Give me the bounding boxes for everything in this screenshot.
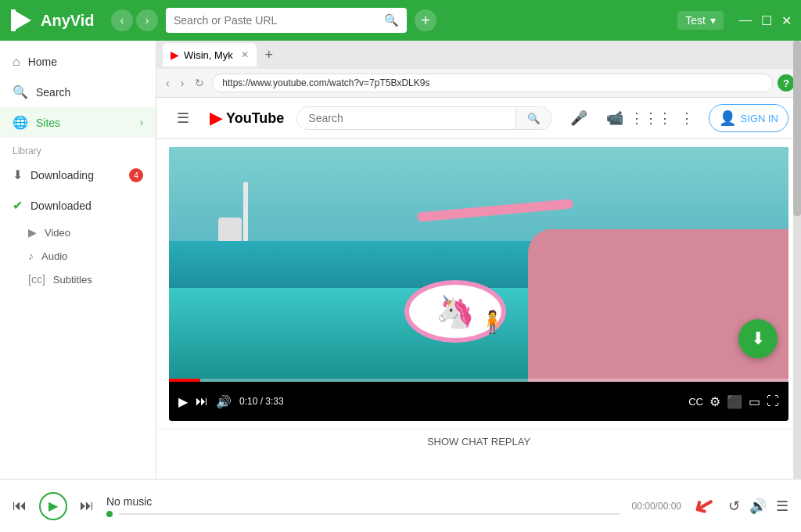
pool bbox=[169, 288, 572, 382]
library-header: Library bbox=[0, 138, 156, 160]
tab-title: Wisin, Myk bbox=[184, 49, 233, 61]
tab-close-button[interactable]: ✕ bbox=[241, 49, 249, 60]
user-menu[interactable]: Test ▾ bbox=[677, 11, 724, 30]
new-tab-button[interactable]: + bbox=[260, 45, 278, 64]
pink-area bbox=[528, 229, 788, 382]
forward-button[interactable]: › bbox=[136, 9, 158, 31]
logo-icon bbox=[9, 8, 34, 33]
downloaded-label: Downloaded bbox=[31, 200, 92, 212]
volume-button[interactable]: 🔊 bbox=[216, 394, 232, 409]
youtube-menu-button[interactable]: ☰ bbox=[169, 104, 197, 132]
bottom-player: ⏮ ▶ ⏭ No music 00:00/00:00 ➜ ↺ 🔊 ☰ bbox=[0, 479, 801, 532]
theater-button[interactable]: ▭ bbox=[749, 394, 760, 409]
right-controls: CC ⚙ ⬛ ▭ ⛶ bbox=[688, 394, 779, 409]
more-icon[interactable]: ⋮ bbox=[673, 104, 701, 132]
sidebar-item-video[interactable]: ▶ Video bbox=[0, 221, 156, 244]
track-name: No music bbox=[106, 495, 620, 508]
time-display: 0:10 / 3:33 bbox=[239, 396, 284, 407]
downloading-label: Downloading bbox=[31, 169, 94, 182]
player-prev-button[interactable]: ⏮ bbox=[13, 498, 27, 514]
play-pause-button[interactable]: ▶ bbox=[178, 394, 188, 409]
minimize-button[interactable]: — bbox=[739, 13, 752, 28]
back-button[interactable]: ‹ bbox=[111, 9, 133, 31]
download-icon: ⬇ bbox=[13, 167, 23, 182]
scrollbar-thumb[interactable] bbox=[793, 41, 801, 216]
download-icon: ⬇ bbox=[751, 329, 765, 349]
help-button[interactable]: ? bbox=[778, 74, 795, 92]
red-arrow-icon: ➜ bbox=[688, 487, 722, 525]
subtitles-label: Subtitles bbox=[53, 274, 92, 286]
settings-button[interactable]: ⚙ bbox=[709, 394, 720, 409]
search-icon: 🔍 bbox=[13, 84, 28, 99]
sidebar-item-search[interactable]: 🔍 Search bbox=[0, 77, 156, 107]
repeat-button[interactable]: ↺ bbox=[728, 498, 740, 515]
sidebar-item-audio[interactable]: ♪ Audio bbox=[0, 244, 156, 268]
search-icon: 🔍 bbox=[384, 13, 399, 27]
subtitles-icon: [cc] bbox=[28, 273, 45, 286]
track-line bbox=[119, 513, 620, 515]
miniplayer-button[interactable]: ⬛ bbox=[727, 394, 742, 409]
sidebar-item-downloading[interactable]: ⬇ Downloading 4 bbox=[0, 160, 156, 190]
sidebar-item-sites[interactable]: 🌐 Sites › bbox=[0, 107, 156, 138]
next-button[interactable]: ⏭ bbox=[196, 394, 208, 408]
youtube-logo: ▶ YouTube bbox=[210, 108, 284, 128]
browser-tab[interactable]: ▶ Wisin, Myk ✕ bbox=[163, 43, 257, 66]
sidebar-item-subtitles[interactable]: [cc] Subtitles bbox=[0, 268, 156, 291]
addr-forward-button[interactable]: › bbox=[178, 75, 188, 91]
download-button[interactable]: ⬇ bbox=[738, 319, 778, 358]
track-time: 00:00/00:00 bbox=[632, 501, 681, 512]
title-bar: AnyVid ‹ › 🔍 + Test ▾ — ☐ ✕ bbox=[0, 0, 801, 41]
microphone-icon[interactable]: 🎤 bbox=[565, 104, 593, 132]
sidebar-item-home[interactable]: ⌂ Home bbox=[0, 47, 156, 77]
player-next-button[interactable]: ⏭ bbox=[80, 498, 94, 514]
sidebar-item-downloaded[interactable]: ✔ Downloaded bbox=[0, 190, 156, 221]
address-input[interactable] bbox=[212, 74, 773, 92]
video-thumbnail: 🦄 🧍 bbox=[169, 147, 788, 382]
url-input[interactable] bbox=[174, 14, 378, 27]
youtube-icon-group: 🎤 📹 ⋮⋮⋮ ⋮ 👤 SIGN IN bbox=[565, 104, 788, 132]
pole bbox=[243, 182, 248, 245]
camera-icon[interactable]: 📹 bbox=[601, 104, 629, 132]
url-search-bar[interactable]: 🔍 bbox=[166, 8, 407, 33]
volume-player-button[interactable]: 🔊 bbox=[749, 498, 767, 515]
show-chat-replay[interactable]: SHOW CHAT REPLAY bbox=[156, 429, 801, 454]
reload-button[interactable]: ↻ bbox=[192, 75, 207, 91]
scrollbar[interactable] bbox=[793, 41, 801, 479]
sidebar-sites-label: Sites bbox=[36, 117, 60, 129]
video-icon: ▶ bbox=[28, 226, 37, 239]
unicorn-emoji: 🦄 bbox=[436, 293, 475, 330]
youtube-search-button[interactable]: 🔍 bbox=[515, 108, 551, 129]
player-play-button[interactable]: ▶ bbox=[39, 492, 67, 520]
youtube-search-input[interactable] bbox=[297, 107, 515, 129]
cc-button[interactable]: CC bbox=[688, 394, 703, 409]
video-player: 🦄 🧍 ▶ ⏭ 🔊 0:10 / 3:33 bbox=[169, 147, 788, 421]
add-tab-button[interactable]: + bbox=[415, 9, 436, 31]
track-dot bbox=[106, 511, 113, 517]
sign-in-button[interactable]: 👤 SIGN IN bbox=[709, 104, 788, 132]
check-circle-icon: ✔ bbox=[13, 198, 23, 213]
main-layout: ⌂ Home 🔍 Search 🌐 Sites › Library ⬇ Down… bbox=[0, 41, 801, 479]
sign-in-label: SIGN IN bbox=[741, 113, 778, 124]
video-label: Video bbox=[45, 227, 70, 239]
window-controls: — ☐ ✕ bbox=[739, 13, 792, 28]
addr-back-button[interactable]: ‹ bbox=[163, 75, 173, 91]
audio-icon: ♪ bbox=[28, 250, 34, 262]
playlist-button[interactable]: ☰ bbox=[776, 498, 788, 515]
youtube-tab-icon: ▶ bbox=[171, 49, 179, 61]
chevron-down-icon: ▾ bbox=[710, 14, 716, 27]
youtube-search-bar[interactable]: 🔍 bbox=[296, 106, 551, 130]
arrow-container: ➜ bbox=[694, 491, 716, 522]
fullscreen-button[interactable]: ⛶ bbox=[767, 394, 779, 409]
apps-icon[interactable]: ⋮⋮⋮ bbox=[637, 104, 665, 132]
video-controls: ▶ ⏭ 🔊 0:10 / 3:33 CC ⚙ ⬛ ▭ ⛶ bbox=[169, 382, 788, 421]
address-bar: ‹ › ↻ ? bbox=[156, 69, 801, 98]
sidebar: ⌂ Home 🔍 Search 🌐 Sites › Library ⬇ Down… bbox=[0, 41, 156, 479]
track-progress bbox=[106, 511, 620, 517]
maximize-button[interactable]: ☐ bbox=[761, 13, 772, 28]
globe-icon: 🌐 bbox=[13, 115, 28, 130]
audio-label: Audio bbox=[41, 250, 67, 262]
person: 🧍 bbox=[479, 309, 506, 335]
close-button[interactable]: ✕ bbox=[781, 13, 792, 28]
sidebar-home-label: Home bbox=[28, 56, 57, 68]
sidebar-search-label: Search bbox=[36, 86, 70, 99]
